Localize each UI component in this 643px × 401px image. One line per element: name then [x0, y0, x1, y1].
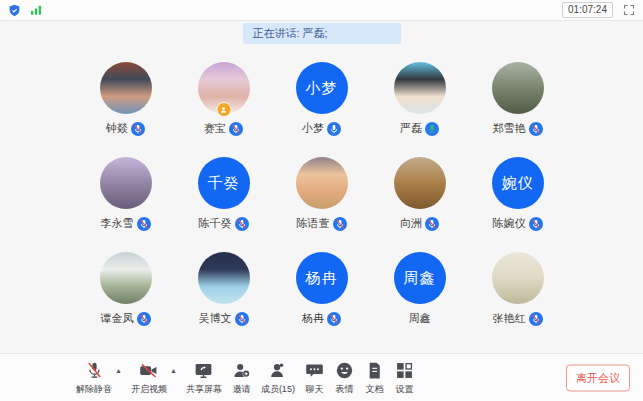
participant-nameline: 谭金凤 [101, 311, 151, 326]
participant-nameline: 杨冉 [302, 311, 341, 326]
participant-tile[interactable]: 钟燚 [77, 62, 175, 136]
settings-icon [394, 360, 415, 381]
avatar-initials: 千癸 [208, 174, 240, 193]
participant-nameline: 钟燚 [106, 121, 145, 136]
participant-grid: 钟燚 赛宝 [0, 62, 643, 347]
participant-nameline: 李永雪 [101, 216, 151, 231]
mic-muted-icon [84, 360, 105, 381]
toolbar-item-members[interactable]: 成员(15) [261, 360, 295, 396]
participant-tile[interactable]: 严磊 [371, 62, 469, 136]
participant-name: 钟燚 [106, 121, 128, 136]
participant-tile[interactable]: 周鑫 周鑫 [371, 252, 469, 326]
top-bar: 01:07:24 [0, 0, 643, 21]
members-icon [267, 360, 288, 381]
toolbar-item-label: 共享屏幕 [186, 383, 222, 396]
participant-tile[interactable]: 向洲 [371, 157, 469, 231]
participant-tile[interactable]: 李永雪 [77, 157, 175, 231]
speaking-banner-text: 正在讲话: 严磊; [253, 26, 328, 41]
participant-nameline: 小梦 [302, 121, 341, 136]
mic-muted-icon[interactable] [131, 122, 145, 136]
participant-name: 郑雪艳 [493, 121, 526, 136]
participant-nameline: 陈语萱 [297, 216, 347, 231]
mic-muted-icon[interactable] [425, 217, 439, 231]
avatar-photo [492, 62, 544, 114]
toolbar-item-mic-muted[interactable]: 解除静音 ▲ [76, 360, 122, 396]
mic-muted-icon[interactable] [529, 312, 543, 326]
participant-name: 谭金凤 [101, 311, 134, 326]
mic-muted-icon[interactable] [327, 312, 341, 326]
avatar-initials-circle: 小梦 [296, 62, 348, 114]
mic-muted-icon[interactable] [529, 217, 543, 231]
avatar-initials-circle: 杨冉 [296, 252, 348, 304]
participant-name: 陈千癸 [199, 216, 232, 231]
mic-speaking-icon[interactable] [425, 122, 439, 136]
participant-name: 李永雪 [101, 216, 134, 231]
participant-name: 杨冉 [302, 311, 324, 326]
toolbar-item-invite[interactable]: 邀请 [231, 360, 252, 396]
toolbar-item-chat[interactable]: 聊天 [304, 360, 325, 396]
participant-name: 张艳红 [493, 311, 526, 326]
leave-meeting-button[interactable]: 离开会议 [566, 364, 630, 391]
toolbar-item-camera-off[interactable]: 开启视频 ▲ [131, 360, 177, 396]
emoji-icon [334, 360, 355, 381]
avatar-initials: 小梦 [306, 79, 338, 98]
participant-tile[interactable]: 张艳红 [469, 252, 567, 326]
toolbar-item-label: 表情 [335, 383, 353, 396]
participant-nameline: 周鑫 [409, 311, 431, 326]
participant-nameline: 吴博文 [199, 311, 249, 326]
participant-tile[interactable]: 小梦 小梦 [273, 62, 371, 136]
expand-caret-icon[interactable]: ▲ [170, 367, 177, 374]
participant-tile[interactable]: 郑雪艳 [469, 62, 567, 136]
avatar-initials: 杨冉 [306, 269, 338, 288]
signal-icon[interactable] [30, 4, 43, 16]
participant-name: 向洲 [400, 216, 422, 231]
participant-nameline: 郑雪艳 [493, 121, 543, 136]
participant-tile[interactable]: 赛宝 [175, 62, 273, 136]
participant-tile[interactable]: 陈语萱 [273, 157, 371, 231]
toolbar-item-label: 文档 [365, 383, 383, 396]
toolbar-item-settings[interactable]: 设置 [394, 360, 415, 396]
host-badge-icon [216, 102, 231, 117]
camera-off-icon [138, 360, 159, 381]
fullscreen-icon[interactable] [623, 4, 635, 16]
participant-tile[interactable]: 谭金凤 [77, 252, 175, 326]
mic-muted-icon[interactable] [529, 122, 543, 136]
toolbar-item-emoji[interactable]: 表情 [334, 360, 355, 396]
share-screen-icon [193, 360, 214, 381]
avatar-photo [492, 252, 544, 304]
document-icon [364, 360, 385, 381]
mic-muted-icon[interactable] [229, 122, 243, 136]
avatar-initials-circle: 周鑫 [394, 252, 446, 304]
toolbar-item-label: 聊天 [305, 383, 323, 396]
bottom-toolbar: 解除静音 ▲ 开启视频 ▲ 共享屏幕 邀请 成员(15) [0, 353, 643, 401]
participant-name: 陈婉仪 [493, 216, 526, 231]
participant-nameline: 向洲 [400, 216, 439, 231]
avatar-initials-circle: 千癸 [198, 157, 250, 209]
avatar-photo [100, 62, 152, 114]
shield-icon[interactable] [8, 4, 21, 17]
participant-name: 赛宝 [204, 121, 226, 136]
mic-muted-icon[interactable] [137, 217, 151, 231]
participant-tile[interactable]: 吴博文 [175, 252, 273, 326]
toolbar-item-label: 设置 [395, 383, 413, 396]
toolbar-item-share-screen[interactable]: 共享屏幕 [186, 360, 222, 396]
participant-row: 李永雪 千癸 陈千癸 [0, 157, 643, 231]
mic-muted-icon[interactable] [137, 312, 151, 326]
participant-tile[interactable]: 千癸 陈千癸 [175, 157, 273, 231]
avatar-initials: 婉仪 [502, 174, 534, 193]
expand-caret-icon[interactable]: ▲ [115, 367, 122, 374]
toolbar-item-label: 开启视频 [131, 383, 167, 396]
mic-muted-icon[interactable] [235, 217, 249, 231]
participant-tile[interactable]: 杨冉 杨冉 [273, 252, 371, 326]
speaking-banner: 正在讲话: 严磊; [243, 23, 401, 44]
mic-on-icon[interactable] [327, 122, 341, 136]
mic-muted-icon[interactable] [235, 312, 249, 326]
participant-name: 陈语萱 [297, 216, 330, 231]
chat-icon [304, 360, 325, 381]
invite-icon [231, 360, 252, 381]
toolbar-item-document[interactable]: 文档 [364, 360, 385, 396]
participant-name: 严磊 [400, 121, 422, 136]
participant-tile[interactable]: 婉仪 陈婉仪 [469, 157, 567, 231]
mic-muted-icon[interactable] [333, 217, 347, 231]
participant-row: 钟燚 赛宝 [0, 62, 643, 136]
